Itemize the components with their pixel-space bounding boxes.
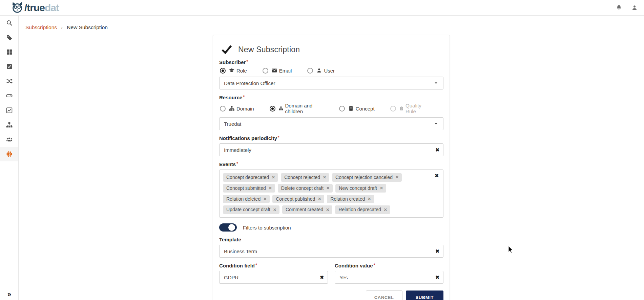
periodicity-input[interactable]	[219, 143, 443, 156]
event-tag-label: Concept rejected	[284, 175, 320, 180]
required-asterisk: *	[374, 263, 375, 267]
events-multiselect[interactable]: Concept deprecated✕Concept rejected✕Conc…	[219, 169, 443, 218]
filters-toggle[interactable]	[219, 223, 237, 232]
breadcrumb-link-subscriptions[interactable]: Subscriptions	[25, 24, 57, 30]
event-tag-label: Concept submitted	[226, 185, 266, 191]
clear-periodicity-icon[interactable]: ✖	[435, 147, 439, 152]
radio-circle[interactable]	[220, 106, 226, 112]
remove-tag-icon[interactable]: ✕	[326, 207, 329, 212]
clear-condition-field-icon[interactable]: ✖	[320, 275, 324, 280]
sidebar-item-data-sources[interactable]	[0, 88, 18, 103]
user-avatar-icon[interactable]	[631, 4, 638, 11]
event-tag-label: Relation deleted	[226, 196, 261, 202]
chart-icon	[6, 107, 13, 114]
remove-tag-icon[interactable]: ✕	[384, 207, 387, 212]
radio-circle[interactable]	[263, 68, 268, 74]
template-label: Template	[219, 237, 443, 242]
sidebar-item-glossary[interactable]	[0, 30, 18, 45]
sidebar-expand-icon[interactable]: »	[0, 290, 19, 298]
radio-label: Quality Rule	[406, 103, 428, 114]
submit-button[interactable]: SUBMIT	[406, 291, 443, 300]
notifications-bell-icon[interactable]	[616, 4, 622, 11]
event-tag-label: Concept rejection canceled	[335, 175, 393, 180]
remove-tag-icon[interactable]: ✕	[272, 175, 275, 180]
radio-resource-domain[interactable]: Domain	[220, 105, 254, 112]
sidebar-item-users[interactable]	[0, 132, 18, 147]
sidebar-item-analytics[interactable]	[0, 103, 18, 118]
condition-field-input[interactable]	[219, 271, 328, 284]
required-asterisk: *	[246, 59, 248, 64]
resource-select[interactable]: Truedat	[219, 117, 443, 130]
sidebar-nav	[0, 16, 19, 300]
remove-tag-icon[interactable]: ✕	[273, 207, 276, 212]
remove-tag-icon[interactable]: ✕	[395, 175, 399, 180]
radio-subscriber-role[interactable]: Role	[220, 67, 247, 74]
clear-condition-value-icon[interactable]: ✖	[435, 275, 439, 280]
filters-toggle-label: Filters to subscription	[243, 225, 291, 231]
clear-template-icon[interactable]: ✖	[435, 249, 439, 254]
clipboard-check-icon	[399, 105, 404, 112]
radio-circle[interactable]	[307, 68, 313, 74]
sidebar-item-lineage[interactable]	[0, 74, 18, 88]
template-input[interactable]	[219, 245, 443, 258]
sidebar-item-search[interactable]	[0, 16, 18, 30]
radio-label: User	[324, 68, 335, 74]
radio-label: Concept	[356, 106, 375, 112]
breadcrumb-separator: ›	[61, 25, 63, 30]
event-tag: Relation deleted✕	[223, 195, 270, 203]
events-label: Events*	[219, 161, 443, 167]
cancel-button[interactable]: CANCEL	[366, 291, 402, 300]
required-asterisk: *	[278, 135, 279, 140]
main-content: Subscriptions › New Subscription New Sub…	[19, 16, 644, 300]
sidebar-item-quality[interactable]	[0, 59, 18, 74]
sitemap-icon	[6, 121, 13, 128]
remove-tag-icon[interactable]: ✕	[269, 186, 272, 191]
radio-circle[interactable]	[339, 106, 345, 112]
radio-subscriber-email[interactable]: Email	[263, 67, 292, 74]
event-tag: Update concept draft✕	[223, 205, 279, 214]
event-tag-label: Relation created	[330, 196, 365, 202]
event-tag: Concept deprecated✕	[223, 173, 278, 182]
remove-tag-icon[interactable]: ✕	[318, 197, 321, 201]
sidebar-item-domains[interactable]	[0, 118, 18, 132]
shuffle-icon	[6, 78, 13, 85]
resource-label: Resource*	[219, 95, 443, 100]
resource-select-value: Truedat	[224, 121, 433, 127]
radio-circle	[390, 106, 396, 112]
radio-resource-concept[interactable]: Concept	[339, 105, 375, 112]
radio-resource-domain-and-children[interactable]: Domain and children	[270, 103, 324, 114]
sitemap-icon	[278, 105, 284, 112]
radio-label: Role	[236, 68, 247, 74]
resource-options: DomainDomain and childrenConceptQuality …	[220, 103, 443, 114]
subscriber-label: Subscriber*	[219, 59, 443, 65]
condition-value-input[interactable]	[335, 271, 443, 284]
remove-tag-icon[interactable]: ✕	[263, 197, 267, 201]
gear-icon	[6, 151, 13, 158]
chevron-down-icon	[433, 80, 439, 86]
sitemap-icon	[229, 105, 235, 112]
required-asterisk: *	[255, 263, 257, 267]
sidebar-item-dashboards[interactable]	[0, 45, 18, 59]
sidebar-item-settings[interactable]	[0, 147, 18, 161]
truedat-logo[interactable]: /truedat	[11, 1, 59, 14]
toggle-knob	[228, 224, 235, 231]
clear-events-icon[interactable]: ✖	[435, 173, 439, 178]
top-bar: /truedat	[0, 0, 644, 16]
user-icon	[316, 67, 322, 74]
event-tag-label: Relation deprecated	[338, 207, 381, 213]
tags-icon	[6, 34, 13, 41]
radio-circle[interactable]	[220, 68, 226, 74]
remove-tag-icon[interactable]: ✕	[368, 197, 371, 201]
radio-circle[interactable]	[270, 106, 275, 112]
radio-resource-quality-rule: Quality Rule	[390, 103, 428, 114]
remove-tag-icon[interactable]: ✕	[380, 186, 383, 191]
check-icon	[221, 45, 233, 54]
remove-tag-icon[interactable]: ✕	[323, 175, 326, 180]
subscriber-select[interactable]: Data Protection Officer	[219, 77, 443, 89]
event-tag: Relation deprecated✕	[335, 205, 390, 214]
event-tag: Concept rejection canceled✕	[332, 173, 402, 182]
radio-subscriber-user[interactable]: User	[307, 67, 335, 74]
condition-field-label: Condition field*	[219, 263, 328, 268]
radio-label: Email	[279, 68, 292, 74]
remove-tag-icon[interactable]: ✕	[326, 186, 330, 191]
